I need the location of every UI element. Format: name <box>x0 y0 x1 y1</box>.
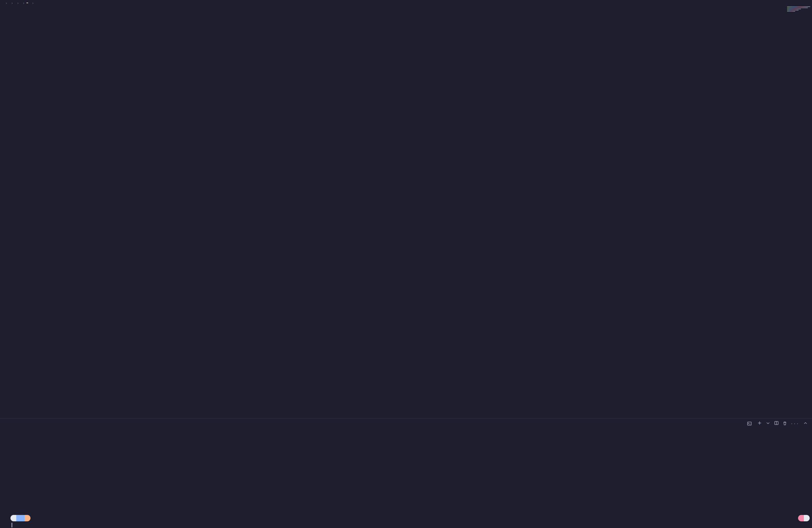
panel-tabs: ··· <box>0 419 812 428</box>
terminal-cursor-row[interactable] <box>0 523 812 528</box>
terminal-dropdown-button[interactable] <box>766 421 770 426</box>
chevron-right-icon: › <box>5 1 8 5</box>
maximize-panel-button[interactable] <box>803 421 807 426</box>
code-area[interactable] <box>18 6 812 418</box>
svg-rect-0 <box>748 422 751 425</box>
terminal-picker[interactable] <box>747 422 753 426</box>
js-file-icon <box>26 3 28 3</box>
line-gutter <box>0 6 18 418</box>
new-terminal-button[interactable] <box>757 421 762 426</box>
chevron-right-icon: › <box>32 1 34 5</box>
status-git-segment <box>25 515 30 521</box>
status-error-segment <box>798 515 804 521</box>
status-line <box>0 515 812 523</box>
kill-terminal-button[interactable] <box>783 421 787 426</box>
minimap[interactable] <box>787 6 810 18</box>
chevron-right-icon: › <box>11 1 13 5</box>
trash-icon <box>783 421 787 425</box>
breadcrumb: › › › › › <box>0 0 812 6</box>
code-editor[interactable] <box>0 6 812 418</box>
chevron-right-icon: › <box>17 1 19 5</box>
bottom-panel: ··· <box>0 418 812 528</box>
chevron-up-icon <box>803 421 807 425</box>
plus-icon <box>757 421 762 425</box>
terminal-toolbar: ··· <box>747 421 807 426</box>
status-time-segment <box>804 515 810 521</box>
chevron-down-icon <box>766 421 770 425</box>
status-os-segment <box>11 515 16 521</box>
status-path-segment <box>16 515 25 521</box>
more-actions-button[interactable]: ··· <box>791 422 799 426</box>
split-panel-icon <box>774 421 779 425</box>
split-terminal-button[interactable] <box>774 421 779 426</box>
terminal-icon <box>747 422 752 426</box>
terminal-output[interactable] <box>0 428 812 515</box>
chevron-right-icon: › <box>23 1 25 5</box>
text-cursor <box>12 523 12 527</box>
